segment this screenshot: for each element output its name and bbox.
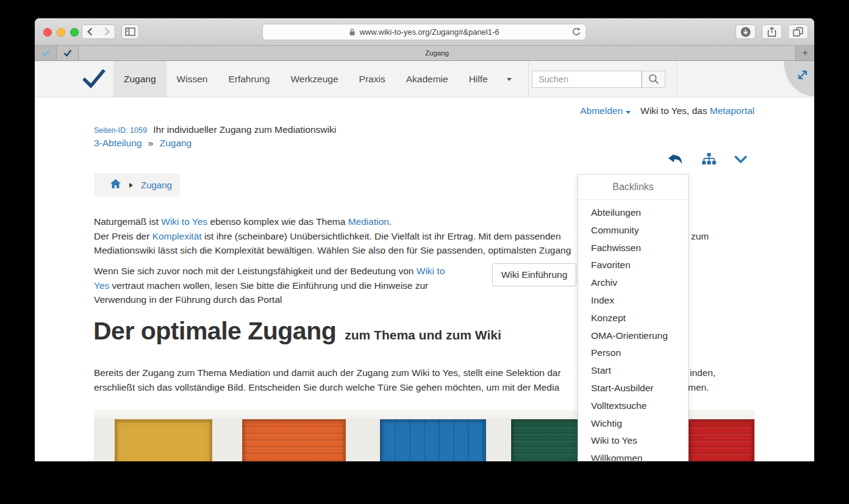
collapse-panel-button[interactable] [734, 154, 748, 165]
backlinks-list: AbteilungenCommunityFachwissenFavoritenA… [578, 200, 688, 461]
hint-paragraph: Wenn Sie sich zuvor noch mit der Leistun… [94, 264, 496, 307]
sidebar-toggle-button[interactable] [121, 24, 139, 39]
text-link[interactable]: Yes [94, 280, 109, 291]
text-span: vertraut machen wollen, lesen Sie bitte … [109, 280, 428, 291]
home-button[interactable] [110, 179, 121, 191]
minimize-window-button[interactable] [57, 28, 65, 37]
door-image-1 [115, 419, 212, 461]
current-page-link[interactable]: Zugang [160, 138, 192, 148]
sitemap-icon [701, 152, 717, 166]
text-span: Der Preis der [94, 231, 152, 241]
backlink-item[interactable]: Konzept [591, 310, 688, 327]
backlink-item[interactable]: OMA-Orientierung [591, 327, 688, 345]
wiki-intro-button[interactable]: Wiki Einführung [492, 263, 576, 286]
section-breadcrumb: 3-Abteilung » Zugang [94, 138, 192, 149]
nav-item-wissen[interactable]: Wissen [167, 61, 218, 98]
refresh-button[interactable] [571, 27, 581, 39]
downloads-button[interactable] [736, 24, 756, 39]
site-tagline: Wiki to Yes, das Metaportal [640, 105, 754, 116]
zoom-window-button[interactable] [70, 28, 79, 37]
backlink-item[interactable]: Index [591, 292, 688, 310]
paragraph-line: Yes vertraut machen wollen, lesen Sie bi… [94, 279, 496, 293]
paragraph-line: Verwendung in der Führung durch das Port… [94, 293, 496, 307]
backlink-item[interactable]: Person [591, 344, 688, 362]
breadcrumb-current[interactable]: Zugang [141, 180, 172, 190]
browser-window: www.wiki-to-yes.org/Zugang#&panel1-6 [35, 18, 814, 461]
metaportal-link[interactable]: Metaportal [710, 105, 754, 116]
nav-divider [676, 61, 677, 97]
text-span: . [389, 216, 392, 227]
text-span: Naturgemäß ist [94, 216, 161, 227]
forward-button[interactable] [98, 24, 115, 39]
heading-main: Der optimale Zugang [93, 317, 336, 346]
nav-item-hilfe[interactable]: Hilfe [459, 61, 498, 98]
toolbar-right-buttons [736, 24, 808, 39]
search-input[interactable] [532, 71, 642, 88]
pinned-tab-2[interactable] [57, 46, 79, 60]
tab-overview-button[interactable] [788, 24, 808, 39]
text-fragment: inden, [690, 366, 715, 380]
text-span: Wenn Sie sich zuvor noch mit der Leistun… [94, 266, 417, 276]
checkmark-dark-icon [63, 49, 72, 57]
caret-down-icon [626, 111, 631, 114]
chevron-down-icon [507, 78, 512, 81]
logout-link[interactable]: Abmelden [580, 105, 631, 116]
nav-items: ZugangWissenErfahrungWerkzeugePraxisAkad… [113, 61, 498, 98]
backlink-item[interactable]: Archiv [591, 274, 688, 292]
text-span: ebenso komplex wie das Thema [207, 216, 348, 227]
site-logo[interactable] [82, 69, 106, 91]
chevron-right-icon [103, 27, 110, 36]
site-navigation-bar: ZugangWissenErfahrungWerkzeugePraxisAkad… [35, 61, 814, 98]
share-icon [767, 27, 776, 37]
nav-item-akademie[interactable]: Akademie [396, 61, 459, 98]
chevron-down-icon [734, 154, 748, 165]
active-tab[interactable]: Zugang [79, 46, 796, 60]
new-tab-button[interactable]: + [796, 46, 814, 60]
backlink-item[interactable]: Community [591, 222, 688, 240]
tab-title: Zugang [425, 49, 449, 57]
backlinks-title: Backlinks [578, 175, 688, 200]
address-bar[interactable]: www.wiki-to-yes.org/Zugang#&panel1-6 [262, 24, 586, 40]
nav-item-praxis[interactable]: Praxis [349, 61, 396, 98]
search-button[interactable] [642, 71, 665, 88]
backlink-item[interactable]: Willkommen [591, 450, 688, 461]
text-fragment: men. [688, 380, 709, 395]
sidebar-icon [125, 27, 135, 36]
pinned-tab-1[interactable] [35, 46, 57, 60]
close-window-button[interactable] [43, 28, 52, 37]
nav-item-zugang[interactable]: Zugang [113, 61, 167, 98]
backlink-item[interactable]: Favoriten [591, 257, 688, 274]
session-row: Abmelden Wiki to Yes, das Metaportal [580, 105, 754, 116]
undo-arrow-icon [666, 151, 684, 167]
backlinks-panel: Backlinks AbteilungenCommunityFachwissen… [578, 174, 689, 461]
nav-more-dropdown[interactable] [498, 61, 520, 98]
backlink-item[interactable]: Start-Ausbilder [591, 380, 688, 397]
tagline-text: Wiki to Yes, das [640, 105, 710, 116]
text-link[interactable]: Wiki to [417, 266, 445, 276]
tabs-icon [793, 27, 803, 37]
nav-item-werkzeuge[interactable]: Werkzeuge [280, 61, 348, 98]
backlink-item[interactable]: Wichtig [591, 415, 688, 433]
expand-arrows-icon [794, 66, 810, 82]
text-link[interactable]: Mediation [348, 216, 389, 227]
plus-icon: + [802, 47, 808, 59]
nav-item-erfahrung[interactable]: Erfahrung [218, 61, 280, 98]
text-span: Verwendung in der Führung durch das Port… [94, 294, 282, 305]
nav-menu: ZugangWissenErfahrungWerkzeugePraxisAkad… [113, 61, 520, 98]
section-link[interactable]: 3-Abteilung [94, 138, 142, 148]
backlink-item[interactable]: Fachwissen [591, 240, 688, 257]
page-id-label: Seiten-ID: 1059 [94, 126, 147, 135]
backlink-item[interactable]: Start [591, 362, 688, 380]
tab-bar: Zugang + [35, 46, 814, 61]
sitemap-button[interactable] [701, 152, 717, 166]
backlink-item[interactable]: Wiki to Yes [591, 432, 688, 450]
backlink-item[interactable]: Volltextsuche [591, 397, 688, 415]
text-link[interactable]: Wiki to Yes [161, 216, 207, 227]
undo-button[interactable] [666, 151, 684, 167]
back-button[interactable] [82, 24, 99, 39]
guillemet-separator: » [148, 138, 154, 148]
text-link[interactable]: Komplexität [152, 231, 202, 241]
backlink-item[interactable]: Abteilungen [591, 204, 688, 222]
nav-divider [528, 61, 529, 97]
share-button[interactable] [762, 24, 782, 39]
